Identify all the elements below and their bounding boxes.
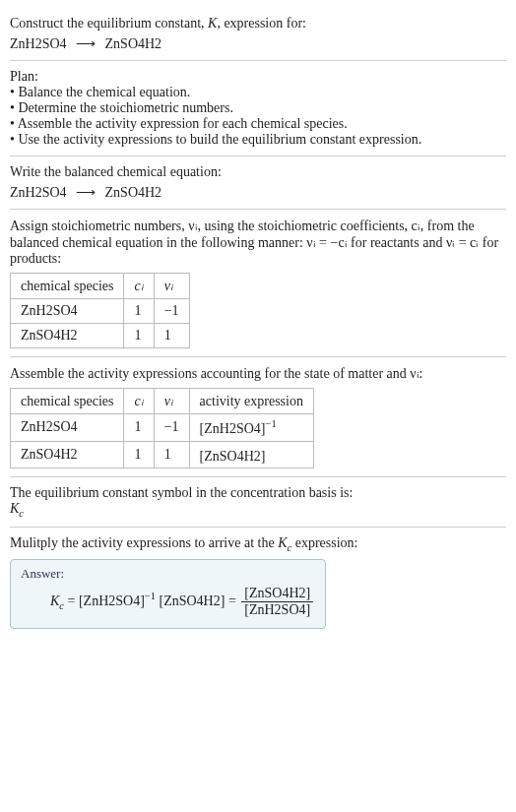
answer-box: Answer: Kc = [ZnH2SO4]−1 [ZnSO4H2] = [Zn…	[10, 559, 326, 629]
header-equation: ZnH2SO4 ⟶ ZnSO4H2	[10, 35, 506, 52]
activity-table: chemical species cᵢ νᵢ activity expressi…	[10, 388, 314, 468]
cell-activity: [ZnSO4H2]	[189, 441, 313, 468]
balanced-title: Write the balanced chemical equation:	[10, 164, 506, 180]
plan-title: Plan:	[10, 69, 506, 85]
cell-species: ZnSO4H2	[11, 441, 124, 468]
table-row: ZnH2SO4 1 −1	[11, 299, 190, 324]
answer-label: Answer:	[21, 566, 315, 582]
symbol-text: The equilibrium constant symbol in the c…	[10, 485, 506, 501]
fraction: [ZnSO4H2] [ZnH2SO4]	[241, 586, 313, 618]
cell-species: ZnH2SO4	[11, 414, 124, 442]
col-ci: cᵢ	[124, 389, 154, 414]
equation-rhs: ZnSO4H2	[105, 36, 162, 51]
balanced-lhs: ZnH2SO4	[10, 185, 67, 200]
construct-text-post: , expression for:	[217, 16, 306, 31]
cell-vi: −1	[154, 414, 189, 442]
cell-vi: −1	[154, 299, 189, 324]
table-header-row: chemical species cᵢ νᵢ	[11, 274, 190, 299]
activity-text: Assemble the activity expressions accoun…	[10, 365, 506, 382]
symbol-value: Kc	[10, 501, 506, 519]
assign-text: Assign stoichiometric numbers, νᵢ, using…	[10, 218, 506, 267]
cell-species: ZnSO4H2	[11, 324, 124, 348]
header-section: Construct the equilibrium constant, K, e…	[10, 8, 506, 60]
col-activity: activity expression	[189, 389, 313, 414]
table-row: ZnSO4H2 1 1	[11, 324, 190, 348]
cell-ci: 1	[124, 299, 154, 324]
construct-text-pre: Construct the equilibrium constant,	[10, 16, 208, 31]
cell-ci: 1	[124, 414, 154, 442]
col-ci: cᵢ	[124, 274, 154, 299]
assign-section: Assign stoichiometric numbers, νᵢ, using…	[10, 210, 506, 356]
cell-activity: [ZnH2SO4]−1	[189, 414, 313, 442]
stoich-table: chemical species cᵢ νᵢ ZnH2SO4 1 −1 ZnSO…	[10, 273, 190, 348]
col-vi: νᵢ	[154, 389, 189, 414]
col-species: chemical species	[11, 389, 124, 414]
cell-vi: 1	[154, 324, 189, 348]
reaction-arrow-icon: ⟶	[70, 35, 101, 52]
activity-section: Assemble the activity expressions accoun…	[10, 357, 506, 476]
cell-ci: 1	[124, 324, 154, 348]
plan-section: Plan: • Balance the chemical equation. •…	[10, 61, 506, 156]
balanced-rhs: ZnSO4H2	[105, 185, 162, 200]
table-row: ZnH2SO4 1 −1 [ZnH2SO4]−1	[11, 414, 314, 442]
cell-vi: 1	[154, 441, 189, 468]
fraction-denominator: [ZnH2SO4]	[241, 602, 313, 618]
table-row: ZnSO4H2 1 1 [ZnSO4H2]	[11, 441, 314, 468]
plan-item: • Balance the chemical equation.	[10, 85, 506, 100]
multiply-section: Mulitply the activity expressions to arr…	[10, 528, 506, 637]
plan-item: • Assemble the activity expression for e…	[10, 116, 506, 132]
fraction-numerator: [ZnSO4H2]	[241, 586, 313, 602]
col-species: chemical species	[11, 274, 124, 299]
answer-expression: Kc = [ZnH2SO4]−1 [ZnSO4H2] = [ZnSO4H2] […	[21, 586, 315, 618]
col-vi: νᵢ	[154, 274, 189, 299]
balanced-equation: ZnH2SO4 ⟶ ZnSO4H2	[10, 184, 506, 201]
plan-item: • Determine the stoichiometric numbers.	[10, 100, 506, 116]
multiply-text: Mulitply the activity expressions to arr…	[10, 535, 506, 553]
cell-ci: 1	[124, 441, 154, 468]
balanced-section: Write the balanced chemical equation: Zn…	[10, 156, 506, 209]
symbol-section: The equilibrium constant symbol in the c…	[10, 477, 506, 527]
reaction-arrow-icon: ⟶	[70, 184, 101, 201]
construct-line: Construct the equilibrium constant, K, e…	[10, 16, 506, 31]
plan-item: • Use the activity expressions to build …	[10, 132, 506, 148]
k-var: K	[208, 16, 217, 31]
equation-lhs: ZnH2SO4	[10, 36, 67, 51]
table-header-row: chemical species cᵢ νᵢ activity expressi…	[11, 389, 314, 414]
cell-species: ZnH2SO4	[11, 299, 124, 324]
